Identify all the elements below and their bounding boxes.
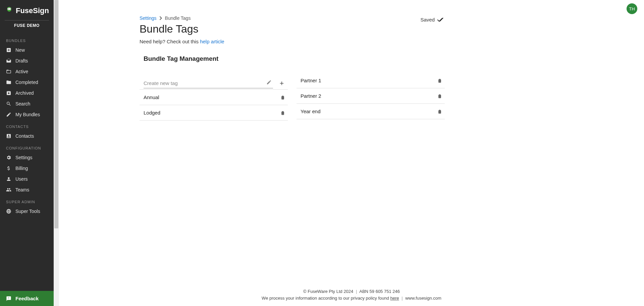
edit-note-icon [6, 112, 11, 117]
sidebar-item-label: Billing [15, 166, 28, 171]
sidebar-item-search[interactable]: Search [0, 98, 54, 109]
globe-icon [6, 209, 11, 214]
tag-column-left: Annual Lodged [140, 77, 288, 121]
chevron-right-icon [159, 16, 162, 20]
sidebar-item-archived[interactable]: Archived [0, 88, 54, 98]
delete-tag-button[interactable] [437, 93, 442, 99]
saved-status: Saved [420, 15, 445, 23]
site-link[interactable]: www.fusesign.com [405, 296, 441, 301]
footer: © FuseWare Pty Ltd 2024 | ABN 59 605 751… [59, 285, 644, 306]
sidebar-item-label: Settings [15, 155, 33, 160]
section-header-bundles: BUNDLES [0, 34, 54, 45]
plus-icon [279, 80, 285, 86]
section-header-contacts: CONTACTS [0, 120, 54, 131]
sidebar-item-billing[interactable]: Billing [0, 163, 54, 174]
breadcrumb: Settings Bundle Tags [140, 15, 224, 21]
tag-row: Annual [140, 90, 288, 105]
sidebar-item-label: Super Tools [15, 209, 40, 214]
tag-row: Partner 2 [297, 88, 445, 104]
svg-point-1 [8, 9, 9, 9]
sidebar-item-users[interactable]: Users [0, 174, 54, 184]
done-all-icon [437, 17, 445, 23]
delete-tag-button[interactable] [280, 95, 285, 100]
sidebar-item-label: Search [15, 101, 30, 106]
sidebar-item-label: My Bundles [15, 112, 40, 117]
svg-point-2 [10, 9, 10, 9]
app-logo[interactable]: FuseSign [0, 0, 54, 20]
delete-tag-button[interactable] [437, 109, 442, 114]
sidebar: FuseSign FUSE DEMO BUNDLES New Drafts Ac… [0, 0, 54, 306]
pencil-icon[interactable] [266, 80, 272, 86]
fusesign-logo-icon [5, 6, 14, 15]
page-title: Bundle Tags [140, 23, 224, 35]
feedback-label: Feedback [15, 296, 39, 301]
delete-tag-button[interactable] [280, 110, 285, 116]
scrollbar-vertical[interactable] [54, 0, 59, 306]
sidebar-item-my-bundles[interactable]: My Bundles [0, 109, 54, 120]
sidebar-item-label: Users [15, 176, 28, 182]
sidebar-item-label: Contacts [15, 133, 34, 139]
tag-row: Lodged [140, 105, 288, 121]
drafts-icon [6, 58, 11, 63]
tag-name: Year end [301, 108, 321, 114]
search-icon [6, 101, 11, 106]
breadcrumb-current: Bundle Tags [165, 15, 191, 21]
sidebar-item-active[interactable]: Active [0, 66, 54, 77]
plus-box-icon [6, 47, 11, 53]
contact-icon [6, 133, 11, 139]
create-tag-input[interactable] [144, 78, 273, 88]
help-text: Need help? Check out this help article [140, 39, 224, 44]
dollar-icon [6, 166, 11, 171]
tag-name: Partner 1 [301, 78, 321, 83]
delete-tag-button[interactable] [437, 78, 442, 83]
sidebar-item-drafts[interactable]: Drafts [0, 55, 54, 66]
sidebar-item-label: Archived [15, 90, 34, 96]
scrollbar-thumb[interactable] [54, 0, 58, 228]
person-icon [6, 176, 11, 182]
sidebar-item-teams[interactable]: Teams [0, 184, 54, 195]
gear-icon [6, 155, 11, 160]
sidebar-item-label: Completed [15, 80, 38, 85]
sidebar-item-label: Drafts [15, 58, 28, 63]
sidebar-item-label: Teams [15, 187, 29, 192]
tag-row: Partner 1 [297, 73, 445, 88]
folder-open-icon [6, 69, 11, 74]
sidebar-item-label: Active [15, 69, 28, 74]
add-tag-button[interactable] [276, 77, 288, 89]
tag-column-right: Partner 1 Partner 2 Year end [297, 73, 445, 121]
avatar[interactable]: TH [627, 3, 637, 14]
help-article-link[interactable]: help article [200, 39, 224, 44]
sidebar-item-supertools[interactable]: Super Tools [0, 206, 54, 217]
sidebar-item-new[interactable]: New [0, 45, 54, 55]
section-header-superadmin: SUPER ADMIN [0, 195, 54, 206]
sidebar-item-completed[interactable]: Completed [0, 77, 54, 88]
folder-icon [6, 80, 11, 85]
privacy-here-link[interactable]: here [390, 296, 399, 301]
sidebar-item-contacts[interactable]: Contacts [0, 131, 54, 141]
sidebar-item-settings[interactable]: Settings [0, 152, 54, 163]
archive-icon [6, 90, 11, 96]
main-area: TH Settings Bundle Tags Bundle Tags Need… [59, 0, 644, 306]
svg-rect-3 [9, 7, 10, 8]
tag-name: Annual [144, 94, 159, 100]
tag-row: Year end [297, 104, 445, 119]
sidebar-item-label: New [15, 47, 25, 53]
tag-name: Partner 2 [301, 93, 321, 99]
app-name: FuseSign [16, 6, 49, 15]
feedback-button[interactable]: Feedback [0, 291, 54, 306]
group-icon [6, 187, 11, 192]
section-title: Bundle Tag Management [144, 55, 445, 62]
tag-name: Lodged [144, 110, 160, 116]
section-header-configuration: CONFIGURATION [0, 141, 54, 152]
org-name: FUSE DEMO [5, 20, 49, 31]
breadcrumb-settings-link[interactable]: Settings [140, 15, 157, 21]
announcement-icon [6, 296, 11, 301]
